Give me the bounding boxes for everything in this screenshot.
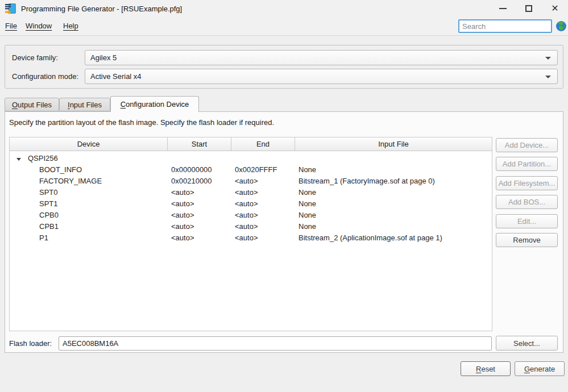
configuration-mode-value: Active Serial x4: [90, 72, 142, 81]
device-family-select[interactable]: Agilex 5: [85, 50, 558, 65]
configuration-mode-select[interactable]: Active Serial x4: [85, 69, 558, 84]
partition-table-header: Device Start End Input File: [10, 137, 492, 151]
panel-description: Specify the partition layout of the flas…: [9, 118, 274, 127]
partition-table-body: QSPI256 BOOT_INFO 0x00000000 0x0020FFFF …: [10, 151, 492, 243]
minimize-icon: [499, 8, 507, 9]
search-input[interactable]: [458, 19, 552, 33]
table-row-boot-info[interactable]: BOOT_INFO 0x00000000 0x0020FFFF None: [10, 164, 492, 175]
flash-loader-label: Flash loader:: [9, 336, 52, 351]
maximize-icon: [525, 5, 532, 12]
device-family-value: Agilex 5: [90, 53, 117, 62]
column-header-start[interactable]: Start: [168, 137, 231, 151]
partition-table: Device Start End Input File QSPI256 BOOT…: [9, 137, 492, 331]
menubar: File Window Help: [0, 17, 568, 36]
chevron-down-icon: [545, 76, 551, 78]
menu-help[interactable]: Help: [60, 20, 81, 32]
flash-loader-input[interactable]: [59, 336, 492, 351]
chevron-down-icon: [545, 57, 551, 60]
reset-button[interactable]: Reset: [461, 361, 511, 376]
tab-input-files[interactable]: Input Files: [59, 98, 110, 111]
table-row-p1[interactable]: P1 <auto> <auto> Bitstream_2 (Aplication…: [10, 232, 492, 243]
device-family-label: Device family:: [12, 50, 58, 65]
table-row-spt0[interactable]: SPT0 <auto> <auto> None: [10, 186, 492, 198]
configuration-mode-label: Configuration mode:: [12, 69, 78, 84]
table-row-cpb1[interactable]: CPB1 <auto> <auto> None: [10, 220, 492, 232]
add-bos-button[interactable]: Add BOS...: [496, 195, 558, 209]
column-header-end[interactable]: End: [231, 137, 295, 151]
table-row-spt1[interactable]: SPT1 <auto> <auto> None: [10, 198, 492, 209]
column-header-input-file[interactable]: Input File: [295, 137, 492, 151]
generate-button[interactable]: Generate: [515, 361, 565, 376]
app-icon: [5, 3, 17, 14]
menu-file[interactable]: File: [2, 20, 20, 32]
titlebar: Programming File Generator - [RSUExample…: [0, 0, 568, 17]
close-button[interactable]: ✕: [542, 0, 568, 17]
table-row-cpb0[interactable]: CPB0 <auto> <auto> None: [10, 209, 492, 220]
window-controls: ✕: [490, 0, 568, 17]
close-icon: ✕: [551, 4, 558, 13]
edit-button[interactable]: Edit...: [496, 214, 558, 228]
device-settings-group: Device family: Agilex 5 Configuration mo…: [5, 45, 563, 89]
tab-output-files[interactable]: Output Files: [5, 98, 59, 111]
menu-window[interactable]: Window: [23, 20, 55, 32]
tree-expander-icon[interactable]: [16, 158, 21, 161]
add-device-button[interactable]: Add Device...: [496, 138, 558, 152]
add-partition-button[interactable]: Add Partition...: [496, 157, 558, 171]
minimize-button[interactable]: [490, 0, 516, 17]
globe-icon[interactable]: [555, 20, 567, 32]
window-title: Programming File Generator - [RSUExample…: [21, 5, 182, 13]
table-row-qspi256[interactable]: QSPI256: [10, 152, 492, 164]
add-filesystem-button[interactable]: Add Filesystem...: [496, 176, 558, 190]
programming-file-generator-window: Programming File Generator - [RSUExample…: [0, 0, 568, 392]
table-row-factory-image[interactable]: FACTORY_IMAGE 0x00210000 <auto> Bitstrea…: [10, 175, 492, 186]
column-header-device[interactable]: Device: [10, 137, 168, 151]
tab-configuration-device[interactable]: Configuration Device: [110, 96, 199, 112]
select-flash-loader-button[interactable]: Select...: [496, 336, 558, 351]
remove-button[interactable]: Remove: [496, 233, 558, 247]
maximize-button[interactable]: [516, 0, 542, 17]
